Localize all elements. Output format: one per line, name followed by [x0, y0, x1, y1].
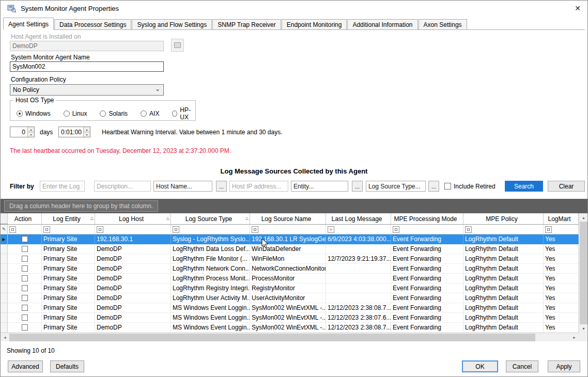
include-retired-checkbox[interactable]	[444, 183, 451, 190]
spin-down-icon[interactable]: ▼	[28, 132, 34, 137]
grid-cell[interactable]: Event Forwarding	[391, 234, 463, 244]
os-option-windows[interactable]: Windows	[17, 110, 51, 117]
grid-cell[interactable]: Yes	[544, 254, 579, 264]
grid-cell[interactable]: SysMon002 WinEvtXML -...	[250, 313, 326, 323]
agent-name-input[interactable]	[10, 61, 164, 72]
heartbeat-interval-spinner[interactable]: 0:01:00 ▲ ▼	[58, 127, 90, 137]
grid-cell[interactable]: Event Forwarding	[391, 264, 463, 274]
grid-cell[interactable]: Yes	[544, 284, 579, 293]
action-cell[interactable]	[8, 264, 42, 274]
grid-cell[interactable]: DemoDP	[95, 244, 171, 254]
row-checkbox[interactable]	[22, 246, 28, 252]
table-row[interactable]: Primary SiteDemoDPMS Windows Event Loggi…	[1, 323, 587, 333]
grid-cell[interactable]: MS Windows Event Loggin...	[171, 313, 250, 323]
table-row[interactable]: Primary SiteDemoDPLogRhythm File Monitor…	[1, 254, 587, 264]
tab-endpoint-monitoring[interactable]: Endpoint Monitoring	[282, 19, 347, 29]
grid-cell[interactable]	[326, 244, 391, 254]
action-cell[interactable]	[8, 234, 42, 244]
grid-cell[interactable]: Primary Site	[42, 244, 95, 254]
grid-cell[interactable]: LogRhythm Default	[463, 274, 544, 284]
host-agent-input[interactable]	[10, 41, 164, 51]
grid-cell[interactable]	[326, 284, 391, 293]
grid-cell[interactable]: Yes	[544, 234, 579, 244]
entity-filter-input[interactable]	[291, 181, 348, 192]
table-row[interactable]: Primary SiteDemoDPMS Windows Event Loggi…	[1, 313, 587, 323]
grid-cell[interactable]	[326, 274, 391, 284]
grid-cell[interactable]: ProcessMonitor	[250, 274, 326, 284]
clear-button[interactable]: Clear	[548, 181, 585, 192]
column-header-log-source-name[interactable]: Log Source Name	[250, 213, 326, 224]
log-source-filter-input[interactable]	[40, 181, 85, 192]
os-option-solaris[interactable]: Solaris	[100, 110, 128, 117]
column-header-last-log-message[interactable]: Last Log Message	[326, 213, 391, 224]
grid-cell[interactable]: LogRhythm File Monitor (...	[171, 254, 250, 264]
column-header-action[interactable]: Action	[8, 213, 42, 224]
grid-cell[interactable]: LogRhythm Default	[463, 284, 544, 293]
grid-cell[interactable]: Primary Site	[42, 323, 95, 333]
row-checkbox[interactable]	[22, 295, 28, 301]
grid-cell[interactable]: LogRhythm Default	[463, 293, 544, 303]
grid-cell[interactable]: 6/9/2023 4:03:38.000...	[326, 234, 391, 244]
row-checkbox[interactable]	[22, 275, 28, 281]
tab-agent-settings[interactable]: Agent Settings	[3, 18, 54, 30]
grid-cell[interactable]: DemoDP	[95, 284, 171, 293]
group-by-strip[interactable]: Drag a column header here to group by th…	[1, 199, 587, 213]
tab-axon-settings[interactable]: Axon Settings	[419, 19, 467, 29]
scroll-up-icon[interactable]: ▲	[579, 213, 588, 222]
grid-cell[interactable]: DemoDP	[95, 323, 171, 333]
grid-cell[interactable]: Yes	[544, 274, 579, 284]
grid-cell[interactable]: Yes	[544, 303, 579, 313]
table-row[interactable]: Primary SiteDemoDPMS Windows Event Loggi…	[1, 303, 587, 313]
grid-cell[interactable]: DemoDP	[95, 254, 171, 264]
grid-cell[interactable]: NetworkConnectionMonitor	[250, 264, 326, 274]
vertical-scrollbar[interactable]: ▲ ▼	[579, 213, 587, 333]
column-header-log-entity[interactable]: Log Entity△	[42, 213, 95, 224]
advanced-button[interactable]: Advanced	[8, 360, 43, 372]
grid-cell[interactable]: LogRhythm Registry Integri...	[171, 284, 250, 293]
grid-cell[interactable]: Yes	[544, 323, 579, 333]
grid-cell[interactable]: Primary Site	[42, 274, 95, 284]
grid-cell[interactable]	[326, 264, 391, 274]
host-agent-button[interactable]	[171, 39, 184, 52]
action-cell[interactable]	[8, 313, 42, 323]
host-ip-filter-input[interactable]	[229, 181, 288, 192]
grid-cell[interactable]: Event Forwarding	[391, 323, 463, 333]
grid-cell[interactable]: DemoDP	[95, 313, 171, 323]
filter-cell-log-host[interactable]	[95, 225, 171, 234]
grid-cell[interactable]: UserActivityMonitor	[250, 293, 326, 303]
grid-cell[interactable]: Primary Site	[42, 303, 95, 313]
filter-cell-log-source-name[interactable]	[250, 225, 326, 234]
grid-cell[interactable]: MS Windows Event Loggin...	[171, 323, 250, 333]
grid-cell[interactable]: LogRhythm Default	[463, 323, 544, 333]
filter-cell-mpe-policy[interactable]	[463, 225, 544, 234]
entity-browse-button[interactable]: ...	[352, 181, 363, 192]
tab-additional-information[interactable]: Additional Information	[347, 19, 417, 29]
column-header-mpe-policy[interactable]: MPE Policy	[463, 213, 544, 224]
grid-cell[interactable]: LogRhythm Default	[463, 313, 544, 323]
grid-cell[interactable]: Yes	[544, 264, 579, 274]
description-filter-input[interactable]	[94, 181, 151, 192]
grid-cell[interactable]: 192.168.30.1	[95, 234, 171, 244]
grid-cell[interactable]: LogRhythm User Activity M...	[171, 293, 250, 303]
grid-cell[interactable]: LogRhythm Process Monit...	[171, 274, 250, 284]
spin-up-icon[interactable]: ▲	[28, 127, 34, 132]
grid-cell[interactable]: WinFileMon	[250, 254, 326, 264]
grid-cell[interactable]: Event Forwarding	[391, 244, 463, 254]
grid-cell[interactable]: LogRhythm Default	[463, 244, 544, 254]
action-cell[interactable]	[8, 284, 42, 293]
host-name-filter-input[interactable]	[153, 181, 212, 192]
grid-cell[interactable]: 12/7/2023 9:21:19.37...	[326, 254, 391, 264]
row-checkbox[interactable]	[22, 256, 28, 262]
scroll-down-icon[interactable]: ▼	[579, 324, 588, 333]
config-policy-select[interactable]: No Policy ⌄	[10, 84, 164, 96]
grid-cell[interactable]: LogRhythm Default	[463, 303, 544, 313]
filter-cell-log-entity[interactable]	[42, 225, 95, 234]
grid-cell[interactable]: DemoDP	[95, 293, 171, 303]
column-header-mpe-processing-mode[interactable]: MPE Processing Mode	[391, 213, 463, 224]
grid-cell[interactable]: SysMon002 WinEvtXML -...	[250, 323, 326, 333]
cancel-button[interactable]: Cancel	[506, 360, 538, 372]
filter-cell-logmart[interactable]	[544, 225, 579, 234]
grid-cell[interactable]	[326, 293, 391, 303]
filter-cell-mpe-processing-mode[interactable]	[391, 225, 463, 234]
tab-data-processor-settings[interactable]: Data Processor Settings	[54, 19, 131, 29]
